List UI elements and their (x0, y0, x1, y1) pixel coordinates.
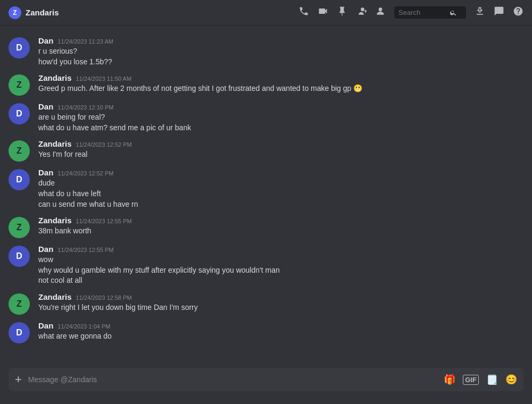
message-content: Zandaris11/24/2023 12:58 PMYou're right … (38, 292, 523, 315)
header-icons (298, 6, 523, 19)
message-text: are u being for real? (38, 112, 523, 123)
message-timestamp: 11/24/2023 12:52 PM (76, 141, 132, 148)
message-text: how'd you lose 1.5b?? (38, 57, 523, 68)
message-text: Greed p much. After like 2 months of not… (38, 83, 523, 94)
author-name: Dan (38, 245, 53, 254)
call-icon[interactable] (298, 6, 309, 19)
messages-area: DDan11/24/2023 11:23 AMr u serious?how'd… (0, 26, 532, 368)
download-icon[interactable] (475, 6, 485, 19)
video-icon[interactable] (318, 6, 328, 19)
input-area: + 🎁 GIF 🗒️ 😊 (0, 368, 532, 404)
message-header: Dan11/24/2023 12:52 PM (38, 168, 523, 177)
message-header: Zandaris11/24/2023 12:52 PM (38, 139, 523, 148)
message-header: Dan11/24/2023 12:55 PM (38, 245, 523, 254)
avatar: D (9, 37, 30, 58)
message-group: ZZandaris11/24/2023 12:52 PMYes I'm for … (0, 137, 532, 164)
message-header: Zandaris11/24/2023 11:50 AM (38, 73, 523, 82)
author-name: Zandaris (38, 73, 72, 82)
dm-icon[interactable] (494, 6, 504, 19)
author-name: Zandaris (38, 139, 72, 148)
message-text: not cool at all (38, 275, 523, 286)
author-name: Dan (38, 36, 53, 45)
message-text: wow (38, 255, 523, 265)
message-group: ZZandaris11/24/2023 11:50 AMGreed p much… (0, 71, 532, 98)
help-icon[interactable] (513, 6, 523, 19)
channel-name: Zandaris (26, 8, 59, 17)
message-text: r u serious? (38, 46, 523, 57)
message-text: what do u have left (38, 189, 523, 199)
sticker-icon[interactable]: 🗒️ (486, 374, 498, 385)
gif-icon[interactable]: GIF (463, 375, 479, 385)
message-group: DDan11/24/2023 12:10 PMare u being for r… (0, 100, 532, 135)
message-timestamp: 11/24/2023 12:58 PM (76, 294, 132, 301)
avatar: Z (9, 293, 30, 315)
message-input[interactable] (28, 375, 437, 384)
message-text: 38m bank worth (38, 226, 523, 237)
add-friend-icon[interactable] (356, 6, 367, 19)
message-group: ZZandaris11/24/2023 12:55 PM38m bank wor… (0, 214, 532, 240)
message-text: why would u gamble with my stuff after e… (38, 265, 523, 276)
author-name: Dan (38, 168, 53, 177)
avatar: D (9, 246, 30, 267)
message-header: Dan11/24/2023 12:10 PM (38, 102, 523, 111)
message-timestamp: 11/24/2023 12:55 PM (57, 247, 113, 253)
message-group: DDan11/24/2023 12:52 PMdudewhat do u hav… (0, 166, 532, 212)
message-timestamp: 11/24/2023 12:55 PM (76, 218, 132, 224)
message-header: Zandaris11/24/2023 12:55 PM (38, 216, 523, 225)
channel-avatar: Z (9, 6, 21, 19)
avatar: D (9, 322, 30, 343)
gift-icon[interactable]: 🎁 (444, 374, 455, 385)
message-timestamp: 11/24/2023 12:52 PM (57, 170, 113, 176)
avatar: D (9, 103, 30, 124)
search-input[interactable] (398, 9, 446, 16)
emoji-icon[interactable]: 😊 (505, 374, 517, 385)
message-text: can u send me what u have rn (38, 199, 523, 210)
profile-icon[interactable] (375, 6, 386, 19)
message-content: Dan11/24/2023 12:10 PMare u being for re… (38, 102, 523, 133)
message-content: Zandaris11/24/2023 12:55 PM38m bank wort… (38, 216, 523, 238)
message-group: ZZandaris11/24/2023 12:58 PMYou're right… (0, 290, 532, 317)
message-group: DDan11/24/2023 12:55 PMwowwhy would u ga… (0, 242, 532, 288)
message-header: Dan11/24/2023 11:23 AM (38, 36, 523, 45)
message-group: DDan11/24/2023 11:23 AMr u serious?how'd… (0, 34, 532, 69)
message-content: Zandaris11/24/2023 12:52 PMYes I'm for r… (38, 139, 523, 162)
message-group: DDan11/24/2023 1:04 PMwhat are we gonna … (0, 319, 532, 346)
svg-point-0 (379, 7, 383, 11)
message-header: Dan11/24/2023 1:04 PM (38, 321, 523, 330)
message-text: You're right I let you down big time Dan… (38, 302, 523, 313)
author-name: Zandaris (38, 216, 72, 225)
channel-header: Z Zandaris (0, 0, 532, 26)
message-timestamp: 11/24/2023 12:10 PM (57, 104, 113, 111)
pin-icon[interactable] (337, 6, 347, 19)
message-text: what do u have atm? send me a pic of ur … (38, 123, 523, 133)
add-attachment-button[interactable]: + (15, 374, 22, 385)
avatar: Z (9, 140, 30, 162)
message-input-box: + 🎁 GIF 🗒️ 😊 (9, 368, 523, 391)
message-timestamp: 11/24/2023 1:04 PM (57, 323, 110, 330)
message-text: what are we gonna do (38, 331, 523, 342)
message-content: Dan11/24/2023 1:04 PMwhat are we gonna d… (38, 321, 523, 343)
message-content: Dan11/24/2023 11:23 AMr u serious?how'd … (38, 36, 523, 67)
message-content: Dan11/24/2023 12:52 PMdudewhat do u have… (38, 168, 523, 209)
author-name: Zandaris (38, 292, 72, 301)
input-action-icons: 🎁 GIF 🗒️ 😊 (444, 374, 517, 385)
message-text: dude (38, 178, 523, 189)
author-name: Dan (38, 102, 53, 111)
message-text: Yes I'm for real (38, 149, 523, 160)
search-box[interactable] (394, 6, 466, 19)
message-timestamp: 11/24/2023 11:23 AM (57, 38, 113, 45)
avatar: D (9, 169, 30, 190)
message-content: Zandaris11/24/2023 11:50 AMGreed p much.… (38, 73, 523, 96)
avatar: Z (9, 217, 30, 238)
avatar: Z (9, 74, 30, 96)
message-content: Dan11/24/2023 12:55 PMwowwhy would u gam… (38, 245, 523, 286)
message-timestamp: 11/24/2023 11:50 AM (76, 75, 132, 82)
author-name: Dan (38, 321, 53, 330)
message-header: Zandaris11/24/2023 12:58 PM (38, 292, 523, 301)
